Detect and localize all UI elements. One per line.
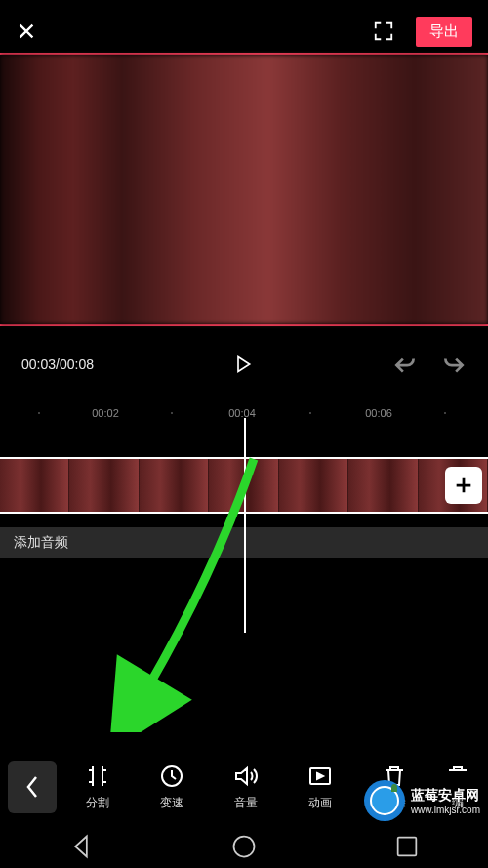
undo-button[interactable]: [392, 351, 418, 377]
system-navbar: [0, 825, 488, 868]
watermark-logo: [364, 780, 405, 821]
export-button[interactable]: 导出: [416, 17, 472, 47]
play-button[interactable]: [225, 347, 261, 382]
time-display: 00:03/00:08: [21, 356, 94, 372]
playhead[interactable]: [244, 418, 246, 633]
nav-recent[interactable]: [393, 833, 421, 860]
speed-icon: [159, 764, 184, 789]
add-clip-button[interactable]: [445, 467, 482, 504]
video-preview[interactable]: [0, 53, 488, 326]
volume-tool[interactable]: 音量: [216, 764, 276, 811]
svg-point-2: [233, 837, 254, 857]
tool-label: 分割: [86, 795, 109, 811]
fullscreen-icon[interactable]: [373, 21, 394, 42]
tool-label: 变速: [160, 795, 183, 811]
animation-icon: [307, 764, 333, 789]
animation-tool[interactable]: 动画: [290, 764, 350, 811]
watermark-url: www.lmkjsr.com: [411, 805, 480, 815]
speed-tool[interactable]: 变速: [142, 764, 202, 811]
close-icon[interactable]: [16, 21, 37, 42]
tool-label: 音量: [234, 795, 258, 811]
back-button[interactable]: [8, 761, 57, 813]
redo-button[interactable]: [441, 351, 467, 377]
volume-icon: [233, 764, 259, 789]
watermark: 蓝莓安卓网 www.lmkjsr.com: [364, 780, 480, 821]
split-icon: [85, 764, 110, 789]
watermark-title: 蓝莓安卓网: [411, 787, 480, 805]
tool-label: 动画: [308, 795, 332, 811]
split-tool[interactable]: 分割: [67, 764, 128, 811]
nav-back[interactable]: [67, 833, 95, 860]
nav-home[interactable]: [230, 833, 258, 860]
svg-rect-3: [397, 838, 416, 856]
